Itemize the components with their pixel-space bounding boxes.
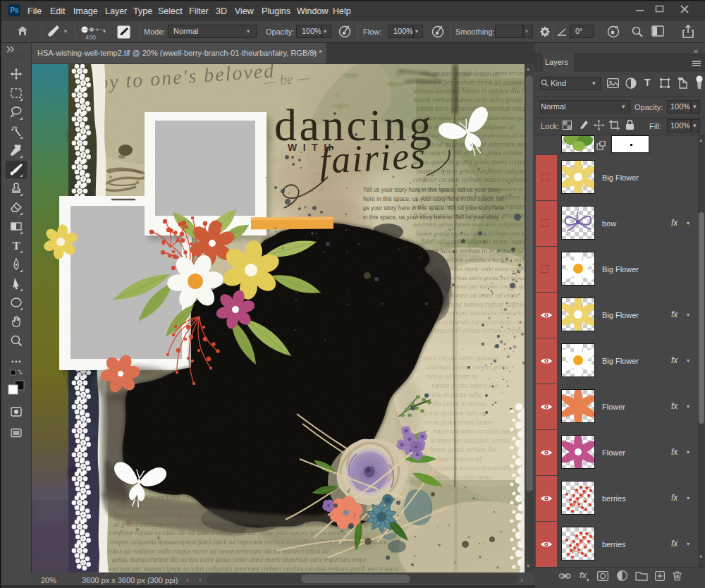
svg-text:T: T xyxy=(13,239,21,252)
